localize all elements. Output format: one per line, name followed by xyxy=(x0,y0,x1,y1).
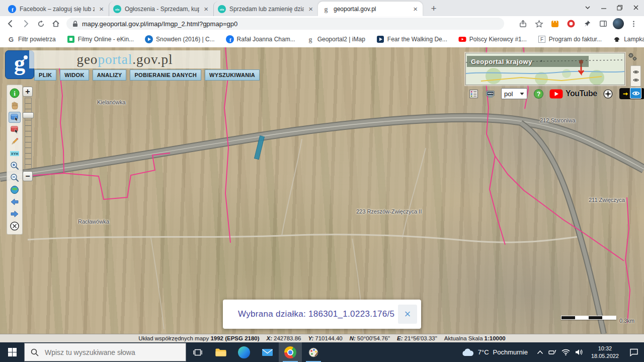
bookmark-label: Rafał Joanna Cham... xyxy=(237,36,295,43)
map-label: 211 Zwięczyca xyxy=(589,197,625,203)
geoportal-logo-letter: g xyxy=(14,52,25,75)
new-tab-button[interactable]: + xyxy=(427,2,441,16)
tool-full-extent-globe-button[interactable] xyxy=(9,184,21,195)
task-view-button[interactable] xyxy=(186,342,209,362)
zoom-out-button[interactable]: − xyxy=(23,171,33,181)
mail-button[interactable] xyxy=(256,342,279,362)
browser-tab[interactable]: fFacebook – zaloguj się lub zareje× xyxy=(4,2,109,16)
orange-extension-icon[interactable] xyxy=(548,17,561,30)
browser-tab[interactable]: olxOgłoszenia - Sprzedam, kupię na× xyxy=(109,2,213,16)
tool-previous-view-button[interactable] xyxy=(9,196,21,207)
tool-zoom-in-button[interactable] xyxy=(9,160,21,171)
tool-xyh-coordinates-button[interactable]: XYH xyxy=(9,148,21,159)
tab-close-icon[interactable]: × xyxy=(203,5,209,13)
action-center-button[interactable] xyxy=(624,342,644,362)
bookmark-item[interactable]: Polscy Kierowcy #1... xyxy=(458,35,527,43)
chrome-button[interactable] xyxy=(279,342,302,362)
wifi-icon[interactable] xyxy=(561,349,570,355)
home-icon[interactable] xyxy=(49,17,62,30)
browser-tab[interactable]: olxSprzedam lub zamienię działkę 9× xyxy=(213,2,318,16)
bookmark-item[interactable]: GFiltr powietrza xyxy=(7,35,56,43)
search-input[interactable] xyxy=(44,348,172,357)
menu-widok[interactable]: WIDOK xyxy=(60,69,89,81)
map-settings-toolbar: WMS pol ? YouTube xyxy=(468,88,644,100)
close-window-button[interactable] xyxy=(628,0,644,15)
menu-pobieranie-danych[interactable]: POBIERANIE DANYCH xyxy=(130,69,201,81)
pin-extension-icon[interactable] xyxy=(581,17,594,30)
taskbar-clock[interactable]: 10:32 18.05.2022 xyxy=(586,345,624,360)
menu-analizy[interactable]: ANALIZY xyxy=(93,69,127,81)
bookmark-item[interactable]: Snowden (2016) | C... xyxy=(145,35,215,43)
bookmark-label: Polscy Kierowcy #1... xyxy=(469,36,527,43)
red-extension-icon[interactable] xyxy=(565,17,578,30)
maximize-button[interactable] xyxy=(612,0,628,15)
scale-label: Aktualna Skala xyxy=(444,335,483,341)
green-tile-icon xyxy=(67,35,75,43)
compass-icon[interactable] xyxy=(603,88,614,99)
bookmark-item[interactable]: fRafał Joanna Cham... xyxy=(226,35,295,43)
tool-next-view-button[interactable] xyxy=(9,208,21,220)
help-icon[interactable]: ? xyxy=(533,88,544,99)
tab-close-icon[interactable]: × xyxy=(412,5,419,13)
forward-icon[interactable] xyxy=(19,17,32,30)
selected-parcel-text: Wybrana działka: 186301_1.0223.176/5 xyxy=(238,309,398,319)
zoom-slider-handle[interactable] xyxy=(23,112,34,118)
tab-title: Sprzedam lub zamienię działkę 9 xyxy=(229,6,304,13)
kebab-menu-icon[interactable] xyxy=(627,17,640,30)
overview-minimap[interactable]: Geoportal krajowy xyxy=(465,53,625,85)
browser-tab[interactable]: ggeoportal.gov.pl× xyxy=(318,2,423,16)
file-explorer-button[interactable] xyxy=(209,342,232,362)
bookmark-item[interactable]: Fear the Walking De... xyxy=(376,35,447,43)
youtube-link[interactable]: YouTube xyxy=(549,89,597,99)
pen-device-icon[interactable] xyxy=(548,349,556,355)
back-icon[interactable] xyxy=(4,17,17,30)
svg-text:XYH: XYH xyxy=(11,152,18,156)
bookmark-item[interactable]: FProgram do faktur... xyxy=(538,35,602,43)
dialog-close-button[interactable]: × xyxy=(398,305,417,324)
start-button[interactable] xyxy=(0,342,24,362)
share-icon[interactable] xyxy=(516,17,529,30)
menu-plik[interactable]: PLIK xyxy=(34,69,56,81)
chevron-down-icon[interactable] xyxy=(580,0,596,15)
tool-zoom-out-button[interactable] xyxy=(9,172,21,183)
tool-select-parcel-button[interactable] xyxy=(9,112,21,123)
taskbar-weather[interactable]: 7°C Pochmurnie xyxy=(456,348,534,356)
gears-icon[interactable] xyxy=(627,51,638,62)
language-select[interactable]: pol xyxy=(501,88,527,99)
taskbar-search[interactable] xyxy=(24,343,186,361)
eye-small-icon[interactable] xyxy=(633,78,639,82)
speaker-icon[interactable] xyxy=(575,349,583,355)
bookmark-item[interactable]: gGeoportal2 | iMap xyxy=(306,35,365,43)
coordinate-y-label: Y: xyxy=(308,335,313,341)
wms-icon[interactable]: WMS xyxy=(485,88,496,99)
zoom-slider-track[interactable] xyxy=(25,98,32,170)
tool-info-button[interactable]: i xyxy=(9,88,21,99)
profile-avatar[interactable] xyxy=(613,18,624,29)
tool-close-tool-button[interactable] xyxy=(9,221,21,232)
bookmark-item[interactable]: Filmy Online - eKin... xyxy=(67,35,134,43)
bookmark-star-icon[interactable] xyxy=(532,17,545,30)
edge-button[interactable] xyxy=(232,342,256,362)
minimize-button[interactable] xyxy=(596,0,612,15)
sidepanel-icon[interactable] xyxy=(597,17,610,30)
bookmark-item[interactable]: Lampka Led do WC... xyxy=(613,35,644,43)
blue-play-icon xyxy=(145,35,153,43)
tab-close-icon[interactable]: × xyxy=(98,5,105,13)
eye-small-icon[interactable] xyxy=(633,70,639,74)
zoom-in-button[interactable]: + xyxy=(23,87,33,97)
navy-play-icon xyxy=(376,35,384,43)
tab-close-icon[interactable]: × xyxy=(307,5,314,13)
legend-icon[interactable] xyxy=(468,88,479,99)
visibility-eye-button[interactable] xyxy=(630,88,641,99)
tool-pan-hand-button[interactable] xyxy=(9,100,21,111)
next-view-icon xyxy=(10,209,20,219)
tool-draw-pencil-button[interactable] xyxy=(9,136,21,147)
tool-deselect-parcel-button[interactable] xyxy=(9,124,21,135)
map-viewport[interactable]: g geoportal.gov.pl PLIKWIDOKANALIZYPOBIE… xyxy=(0,47,644,334)
address-bar[interactable]: mapy.geoportal.gov.pl/imap/Imgp_2.html?g… xyxy=(66,18,504,30)
paint-button[interactable] xyxy=(302,342,325,362)
menu-wyszukiwania[interactable]: WYSZUKIWANIA xyxy=(205,69,260,81)
map-label: Racławówka xyxy=(78,219,109,225)
reload-icon[interactable] xyxy=(34,17,47,30)
chevron-up-icon[interactable] xyxy=(537,350,543,354)
